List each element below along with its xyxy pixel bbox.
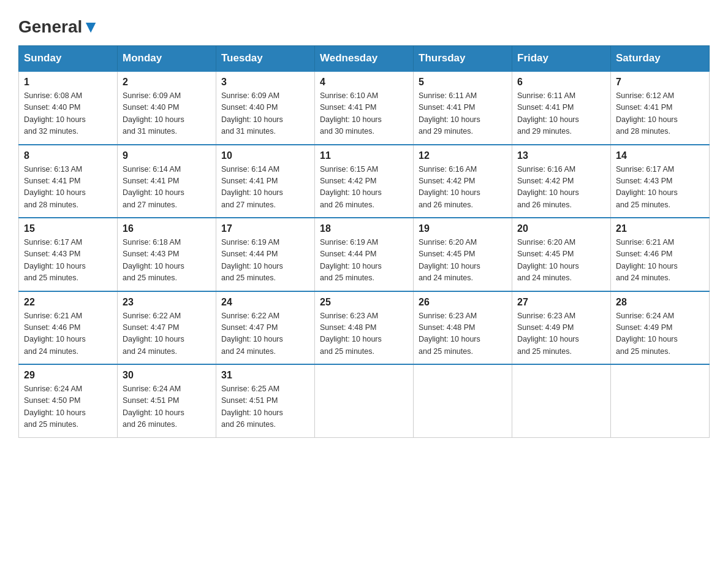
day-info: Sunrise: 6:20 AMSunset: 4:45 PMDaylight:…: [419, 237, 507, 285]
day-number: 18: [320, 223, 408, 234]
day-number: 19: [419, 223, 507, 234]
day-info: Sunrise: 6:24 AMSunset: 4:49 PMDaylight:…: [616, 310, 704, 358]
day-number: 24: [221, 297, 309, 308]
day-info: Sunrise: 6:11 AMSunset: 4:41 PMDaylight:…: [419, 90, 507, 138]
day-number: 6: [517, 77, 605, 88]
calendar-cell: 18Sunrise: 6:19 AMSunset: 4:44 PMDayligh…: [315, 218, 414, 291]
day-number: 25: [320, 297, 408, 308]
day-info: Sunrise: 6:09 AMSunset: 4:40 PMDaylight:…: [221, 90, 309, 138]
day-number: 1: [24, 77, 112, 88]
day-info: Sunrise: 6:08 AMSunset: 4:40 PMDaylight:…: [24, 90, 112, 138]
day-number: 3: [221, 77, 309, 88]
day-number: 4: [320, 77, 408, 88]
day-info: Sunrise: 6:21 AMSunset: 4:46 PMDaylight:…: [616, 237, 704, 285]
day-number: 26: [419, 297, 507, 308]
day-info: Sunrise: 6:21 AMSunset: 4:46 PMDaylight:…: [24, 310, 112, 358]
calendar-cell: 8Sunrise: 6:13 AMSunset: 4:41 PMDaylight…: [19, 145, 118, 218]
calendar-cell: 13Sunrise: 6:16 AMSunset: 4:42 PMDayligh…: [512, 145, 611, 218]
col-header-saturday: Saturday: [611, 46, 710, 72]
calendar-cell: 30Sunrise: 6:24 AMSunset: 4:51 PMDayligh…: [118, 364, 216, 437]
calendar-cell: 14Sunrise: 6:17 AMSunset: 4:43 PMDayligh…: [611, 145, 710, 218]
calendar-cell: 28Sunrise: 6:24 AMSunset: 4:49 PMDayligh…: [611, 291, 710, 365]
day-number: 28: [616, 297, 704, 308]
day-number: 14: [616, 150, 704, 161]
calendar-table: SundayMondayTuesdayWednesdayThursdayFrid…: [18, 45, 710, 438]
day-number: 8: [24, 150, 112, 161]
calendar-cell: 16Sunrise: 6:18 AMSunset: 4:43 PMDayligh…: [118, 218, 216, 291]
calendar-cell: [414, 364, 512, 437]
day-number: 21: [616, 223, 704, 234]
day-number: 20: [517, 223, 605, 234]
calendar-cell: 22Sunrise: 6:21 AMSunset: 4:46 PMDayligh…: [19, 291, 118, 365]
day-info: Sunrise: 6:23 AMSunset: 4:48 PMDaylight:…: [320, 310, 408, 358]
week-row-5: 29Sunrise: 6:24 AMSunset: 4:50 PMDayligh…: [19, 364, 710, 437]
calendar-cell: [611, 364, 710, 437]
day-info: Sunrise: 6:16 AMSunset: 4:42 PMDaylight:…: [419, 164, 507, 212]
calendar-cell: 5Sunrise: 6:11 AMSunset: 4:41 PMDaylight…: [414, 71, 512, 145]
day-info: Sunrise: 6:22 AMSunset: 4:47 PMDaylight:…: [123, 310, 211, 358]
day-info: Sunrise: 6:14 AMSunset: 4:41 PMDaylight:…: [123, 164, 211, 212]
day-number: 31: [221, 370, 309, 381]
calendar-cell: 20Sunrise: 6:20 AMSunset: 4:45 PMDayligh…: [512, 218, 611, 291]
day-info: Sunrise: 6:17 AMSunset: 4:43 PMDaylight:…: [616, 164, 704, 212]
day-number: 12: [419, 150, 507, 161]
day-info: Sunrise: 6:20 AMSunset: 4:45 PMDaylight:…: [517, 237, 605, 285]
calendar-cell: 17Sunrise: 6:19 AMSunset: 4:44 PMDayligh…: [216, 218, 315, 291]
calendar-cell: 10Sunrise: 6:14 AMSunset: 4:41 PMDayligh…: [216, 145, 315, 218]
calendar-cell: [315, 364, 414, 437]
calendar-cell: 23Sunrise: 6:22 AMSunset: 4:47 PMDayligh…: [118, 291, 216, 365]
day-number: 9: [123, 150, 211, 161]
day-info: Sunrise: 6:25 AMSunset: 4:51 PMDaylight:…: [221, 383, 309, 431]
page-header: General▼: [18, 18, 710, 33]
calendar-cell: 24Sunrise: 6:22 AMSunset: 4:47 PMDayligh…: [216, 291, 315, 365]
calendar-cell: 21Sunrise: 6:21 AMSunset: 4:46 PMDayligh…: [611, 218, 710, 291]
logo: General▼: [18, 18, 99, 33]
calendar-cell: 3Sunrise: 6:09 AMSunset: 4:40 PMDaylight…: [216, 71, 315, 145]
day-number: 5: [419, 77, 507, 88]
calendar-cell: 2Sunrise: 6:09 AMSunset: 4:40 PMDaylight…: [118, 71, 216, 145]
day-number: 11: [320, 150, 408, 161]
day-info: Sunrise: 6:14 AMSunset: 4:41 PMDaylight:…: [221, 164, 309, 212]
day-info: Sunrise: 6:19 AMSunset: 4:44 PMDaylight:…: [320, 237, 408, 285]
calendar-cell: 12Sunrise: 6:16 AMSunset: 4:42 PMDayligh…: [414, 145, 512, 218]
col-header-monday: Monday: [118, 46, 216, 72]
col-header-tuesday: Tuesday: [216, 46, 315, 72]
day-info: Sunrise: 6:19 AMSunset: 4:44 PMDaylight:…: [221, 237, 309, 285]
day-info: Sunrise: 6:17 AMSunset: 4:43 PMDaylight:…: [24, 237, 112, 285]
calendar-cell: 1Sunrise: 6:08 AMSunset: 4:40 PMDaylight…: [19, 71, 118, 145]
week-row-4: 22Sunrise: 6:21 AMSunset: 4:46 PMDayligh…: [19, 291, 710, 365]
day-info: Sunrise: 6:23 AMSunset: 4:48 PMDaylight:…: [419, 310, 507, 358]
calendar-cell: 25Sunrise: 6:23 AMSunset: 4:48 PMDayligh…: [315, 291, 414, 365]
col-header-thursday: Thursday: [414, 46, 512, 72]
day-info: Sunrise: 6:23 AMSunset: 4:49 PMDaylight:…: [517, 310, 605, 358]
col-header-friday: Friday: [512, 46, 611, 72]
logo-triangle-icon: ▼: [82, 17, 99, 36]
day-info: Sunrise: 6:09 AMSunset: 4:40 PMDaylight:…: [123, 90, 211, 138]
col-header-sunday: Sunday: [19, 46, 118, 72]
logo-text: General▼: [18, 18, 99, 36]
day-info: Sunrise: 6:24 AMSunset: 4:51 PMDaylight:…: [123, 383, 211, 431]
day-info: Sunrise: 6:22 AMSunset: 4:47 PMDaylight:…: [221, 310, 309, 358]
day-info: Sunrise: 6:15 AMSunset: 4:42 PMDaylight:…: [320, 164, 408, 212]
day-number: 7: [616, 77, 704, 88]
day-number: 17: [221, 223, 309, 234]
day-number: 30: [123, 370, 211, 381]
calendar-cell: 7Sunrise: 6:12 AMSunset: 4:41 PMDaylight…: [611, 71, 710, 145]
day-number: 13: [517, 150, 605, 161]
calendar-cell: 19Sunrise: 6:20 AMSunset: 4:45 PMDayligh…: [414, 218, 512, 291]
day-number: 23: [123, 297, 211, 308]
day-number: 29: [24, 370, 112, 381]
calendar-cell: 6Sunrise: 6:11 AMSunset: 4:41 PMDaylight…: [512, 71, 611, 145]
calendar-cell: 11Sunrise: 6:15 AMSunset: 4:42 PMDayligh…: [315, 145, 414, 218]
calendar-cell: [512, 364, 611, 437]
calendar-cell: 31Sunrise: 6:25 AMSunset: 4:51 PMDayligh…: [216, 364, 315, 437]
day-number: 10: [221, 150, 309, 161]
calendar-cell: 15Sunrise: 6:17 AMSunset: 4:43 PMDayligh…: [19, 218, 118, 291]
day-info: Sunrise: 6:12 AMSunset: 4:41 PMDaylight:…: [616, 90, 704, 138]
calendar-cell: 4Sunrise: 6:10 AMSunset: 4:41 PMDaylight…: [315, 71, 414, 145]
day-number: 22: [24, 297, 112, 308]
calendar-cell: 9Sunrise: 6:14 AMSunset: 4:41 PMDaylight…: [118, 145, 216, 218]
calendar-cell: 26Sunrise: 6:23 AMSunset: 4:48 PMDayligh…: [414, 291, 512, 365]
day-info: Sunrise: 6:10 AMSunset: 4:41 PMDaylight:…: [320, 90, 408, 138]
col-header-wednesday: Wednesday: [315, 46, 414, 72]
